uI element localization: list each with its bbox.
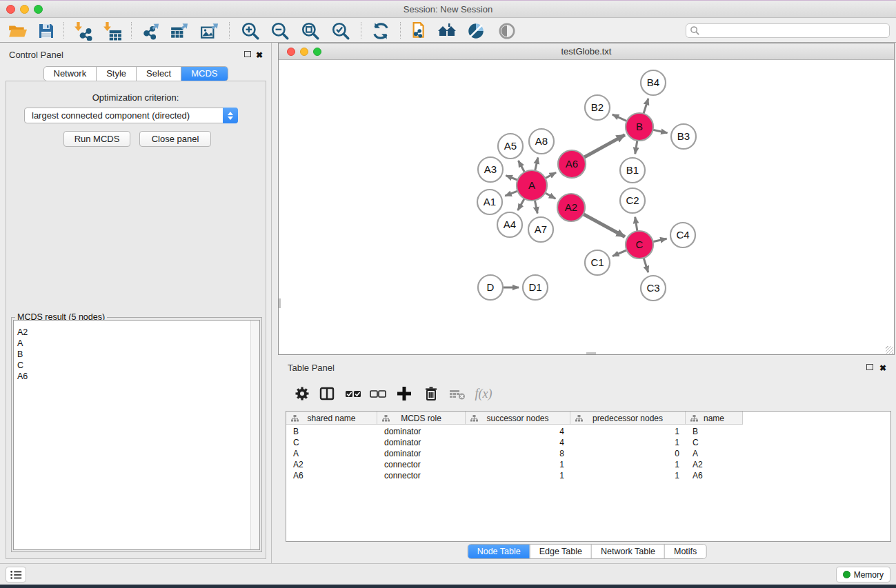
result-item[interactable]: A — [17, 338, 28, 349]
column-header-predecessor-nodes[interactable]: predecessor nodes — [570, 412, 686, 425]
search-input[interactable] — [700, 26, 889, 36]
column-header-shared-name[interactable]: shared name — [286, 412, 377, 425]
table-cell[interactable]: 1 — [570, 427, 686, 438]
table-cell[interactable]: 1 — [466, 460, 570, 471]
table-cell[interactable]: 1 — [570, 460, 686, 471]
unselect-all-icon[interactable] — [368, 383, 388, 404]
graph-node-label: B3 — [677, 130, 690, 142]
table-float-icon[interactable] — [866, 364, 873, 370]
table-cell[interactable]: 4 — [466, 427, 570, 438]
zoom-fit-icon[interactable] — [300, 21, 321, 41]
table-cell[interactable]: 1 — [570, 438, 686, 449]
result-scrollbar[interactable] — [250, 321, 259, 549]
table-cell[interactable]: A2 — [286, 460, 377, 471]
table-cell[interactable]: A6 — [286, 471, 377, 482]
table-cell[interactable]: connector — [377, 471, 466, 482]
table-cell[interactable]: B — [286, 427, 377, 438]
task-history-button[interactable] — [6, 567, 26, 582]
table-cell[interactable]: A — [286, 449, 377, 460]
import-table-icon[interactable] — [102, 21, 123, 41]
tab-select[interactable]: Select — [136, 67, 181, 81]
column-header-successor-nodes[interactable]: successor nodes — [466, 412, 570, 425]
table-cell[interactable]: 4 — [466, 438, 570, 449]
network-hscroll-nub[interactable] — [586, 352, 596, 354]
window-title: Session: New Session — [0, 4, 896, 14]
graph-node-label: B4 — [647, 77, 659, 88]
result-item[interactable]: C — [17, 360, 28, 371]
show-columns-icon[interactable] — [317, 383, 337, 404]
eye-icon[interactable] — [497, 21, 517, 41]
tab-edge-table[interactable]: Edge Table — [530, 545, 591, 558]
table-cell[interactable]: 1 — [570, 471, 686, 482]
export-image-icon[interactable] — [199, 21, 220, 41]
table-cell[interactable]: A2 — [686, 460, 743, 471]
import-network-icon[interactable] — [73, 21, 94, 41]
table-row[interactable]: A6connector11A6 — [286, 471, 890, 482]
settings-gear-icon[interactable] — [292, 383, 312, 404]
tab-node-table[interactable]: Node Table — [468, 545, 530, 558]
float-panel-icon[interactable] — [244, 51, 251, 57]
tab-style[interactable]: Style — [96, 67, 136, 81]
table-cell[interactable]: 0 — [570, 449, 686, 460]
table-cell[interactable]: C — [686, 438, 743, 449]
table-close-icon[interactable]: ✖ — [879, 364, 886, 372]
table-row[interactable]: Bdominator41B — [286, 427, 890, 438]
zoom-in-icon[interactable] — [240, 21, 261, 41]
result-item[interactable]: A2 — [17, 327, 28, 338]
home-icon[interactable] — [437, 21, 457, 41]
network-window-titlebar[interactable]: testGlobe.txt — [279, 43, 894, 60]
table-cell[interactable]: dominator — [377, 438, 466, 449]
search-field[interactable] — [686, 23, 890, 38]
select-all-icon[interactable] — [343, 383, 364, 404]
table-cell[interactable]: C — [286, 438, 377, 449]
tab-mcds[interactable]: MCDS — [181, 67, 227, 81]
optimization-criterion-dropdown[interactable]: largest connected component (directed) — [24, 108, 238, 123]
table-row[interactable]: A2connector11A2 — [286, 460, 890, 471]
app-titlebar: Session: New Session — [0, 0, 896, 18]
close-panel-icon[interactable]: ✖ — [256, 51, 263, 59]
network-resize-grip[interactable] — [886, 346, 893, 354]
network-vscroll-nub[interactable] — [279, 298, 281, 308]
table-cell[interactable]: dominator — [377, 449, 466, 460]
add-column-icon[interactable] — [394, 383, 415, 404]
save-session-icon[interactable] — [36, 21, 57, 41]
graph-node-label: A7 — [535, 223, 547, 235]
column-type-icon — [291, 415, 299, 422]
open-file-icon[interactable] — [7, 21, 28, 41]
tab-motifs[interactable]: Motifs — [664, 545, 706, 558]
vizmapper-icon[interactable] — [466, 21, 486, 41]
graph-node-label: C4 — [676, 229, 689, 241]
table-cell[interactable]: connector — [377, 460, 466, 471]
graph-node-label: A6 — [566, 158, 578, 170]
refresh-icon[interactable] — [370, 21, 391, 41]
zoom-out-icon[interactable] — [270, 21, 290, 41]
network-canvas[interactable]: B4B2BB3A8A5A6A3B1AC2A1A2A4A7C4CC1C3DD1 — [279, 61, 894, 354]
table-cell[interactable]: A6 — [686, 471, 743, 482]
tab-network[interactable]: Network — [43, 67, 96, 81]
network-view-window: testGlobe.txt B4B2BB3A8A5A6A3B1AC2A1A2A4… — [278, 43, 895, 355]
column-header-name[interactable]: name — [686, 412, 743, 425]
delete-column-icon[interactable] — [421, 383, 441, 404]
control-panel-tabs: NetworkStyleSelectMCDS — [43, 66, 228, 81]
export-table-icon[interactable] — [169, 21, 190, 41]
zoom-selected-icon[interactable] — [330, 21, 351, 41]
mcds-result-list: A2ABCA6 — [13, 320, 260, 550]
table-cell[interactable]: B — [686, 427, 743, 438]
new-network-icon[interactable] — [407, 21, 428, 41]
column-type-icon — [690, 415, 698, 422]
result-item[interactable]: B — [17, 349, 28, 360]
tab-network-table[interactable]: Network Table — [591, 545, 664, 558]
result-item[interactable]: A6 — [17, 371, 28, 382]
run-mcds-button[interactable]: Run MCDS — [63, 131, 130, 147]
column-header-MCDS-role[interactable]: MCDS role — [377, 412, 466, 425]
memory-button[interactable]: Memory — [836, 567, 890, 582]
export-network-icon[interactable] — [141, 21, 161, 41]
table-cell[interactable]: 8 — [466, 449, 570, 460]
close-panel-button[interactable]: Close panel — [139, 131, 211, 147]
table-row[interactable]: Cdominator41C — [286, 438, 890, 449]
table-row[interactable]: Adominator80A — [286, 449, 890, 460]
table-cell[interactable]: A — [686, 449, 743, 460]
table-cell[interactable]: 1 — [466, 471, 570, 482]
table-cell[interactable]: dominator — [377, 427, 466, 438]
delete-table-icon — [447, 383, 468, 404]
